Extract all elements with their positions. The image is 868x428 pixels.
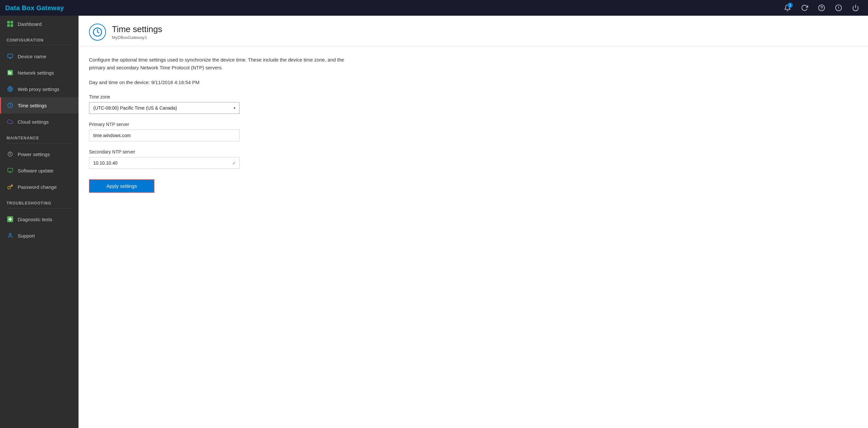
web-proxy-label: Web proxy settings <box>18 86 59 92</box>
help-button[interactable] <box>814 1 829 15</box>
sidebar-item-cloud-settings[interactable]: Cloud settings <box>0 114 79 130</box>
software-icon <box>6 167 14 174</box>
svg-rect-6 <box>7 21 10 24</box>
device-time: Day and time on the device: 9/11/2018 4:… <box>89 80 858 85</box>
diagnostic-icon <box>6 216 14 223</box>
sidebar-item-dashboard[interactable]: Dashboard <box>0 16 79 32</box>
svg-point-26 <box>9 233 11 235</box>
apply-settings-button[interactable]: Apply settings <box>89 179 154 193</box>
time-settings-label: Time settings <box>18 103 47 108</box>
topbar: Data Box Gateway 1 <box>0 0 868 16</box>
page-header-text: Time settings MyDBoxGateway1 <box>112 24 162 40</box>
svg-rect-14 <box>8 71 10 74</box>
svg-rect-7 <box>10 21 13 24</box>
timezone-select-wrapper: (UTC-08:00) Pacific Time (US & Canada) (… <box>89 102 240 114</box>
section-troubleshooting: TROUBLESHOOTING <box>0 195 79 208</box>
power-button[interactable] <box>848 1 863 15</box>
sidebar-item-network-settings[interactable]: Network settings <box>0 64 79 81</box>
page-title: Time settings <box>112 24 162 34</box>
svg-rect-15 <box>10 72 11 74</box>
topbar-icons: 1 <box>780 1 863 15</box>
support-label: Support <box>18 233 35 239</box>
device-time-val: 9/11/2018 4:16:54 PM <box>151 80 199 85</box>
dashboard-label: Dashboard <box>18 21 41 27</box>
section-configuration: CONFIGURATION <box>0 32 79 44</box>
secondary-ntp-group: Secondary NTP server ✓ <box>89 149 240 169</box>
device-time-label: Day and time on the device: <box>89 80 150 85</box>
layout: Dashboard CONFIGURATION Device name <box>0 16 868 428</box>
svg-rect-21 <box>8 168 13 172</box>
sidebar-item-software-update[interactable]: Software update <box>0 162 79 179</box>
proxy-icon <box>6 85 14 93</box>
secondary-ntp-label: Secondary NTP server <box>89 149 240 154</box>
secondary-ntp-check-icon: ✓ <box>232 160 236 166</box>
notification-button[interactable]: 1 <box>780 1 795 15</box>
primary-ntp-input[interactable] <box>89 129 240 141</box>
time-icon <box>6 102 14 109</box>
password-change-label: Password change <box>18 184 57 190</box>
info-button[interactable] <box>831 1 846 15</box>
configuration-divider <box>6 45 72 45</box>
password-icon <box>6 183 14 190</box>
primary-ntp-label: Primary NTP server <box>89 122 240 127</box>
main-content: Time settings MyDBoxGateway1 Configure t… <box>79 16 868 428</box>
cloud-settings-label: Cloud settings <box>18 119 49 125</box>
page-header: Time settings MyDBoxGateway1 <box>79 16 868 47</box>
diagnostic-label: Diagnostic tests <box>18 217 52 222</box>
sidebar-item-power-settings[interactable]: Power settings <box>0 146 79 162</box>
page-header-icon <box>89 24 106 40</box>
refresh-button[interactable] <box>797 1 812 15</box>
sidebar-item-diagnostic[interactable]: Diagnostic tests <box>0 211 79 227</box>
device-name-label: Device name <box>18 54 46 59</box>
svg-rect-10 <box>8 54 13 58</box>
secondary-ntp-input-wrapper: ✓ <box>89 157 240 169</box>
maintenance-divider <box>6 143 72 143</box>
brand-title: Data Box Gateway <box>5 4 64 12</box>
timezone-label: Time zone <box>89 94 240 99</box>
sidebar-item-password-change[interactable]: Password change <box>0 179 79 195</box>
secondary-ntp-input[interactable] <box>89 157 240 169</box>
dashboard-icon <box>6 20 14 28</box>
support-icon <box>6 232 14 239</box>
sidebar-item-support[interactable]: Support <box>0 227 79 244</box>
page-description: Configure the optional time settings use… <box>89 56 351 72</box>
page-body: Configure the optional time settings use… <box>79 47 868 202</box>
timezone-group: Time zone (UTC-08:00) Pacific Time (US &… <box>89 94 240 114</box>
power-settings-label: Power settings <box>18 152 50 157</box>
software-update-label: Software update <box>18 168 53 174</box>
sidebar-item-web-proxy[interactable]: Web proxy settings <box>0 81 79 97</box>
notification-badge: 1 <box>787 3 793 8</box>
svg-rect-9 <box>10 24 13 27</box>
network-icon <box>6 69 14 76</box>
sidebar-item-device-name[interactable]: Device name <box>0 48 79 64</box>
cloud-icon <box>6 118 14 125</box>
power-icon <box>6 151 14 158</box>
sidebar-item-time-settings[interactable]: Time settings <box>0 97 79 114</box>
section-maintenance: MAINTENANCE <box>0 130 79 142</box>
svg-rect-8 <box>7 24 10 27</box>
network-settings-label: Network settings <box>18 70 54 75</box>
timezone-select[interactable]: (UTC-08:00) Pacific Time (US & Canada) (… <box>89 102 240 114</box>
device-name-icon <box>6 53 14 60</box>
sidebar: Dashboard CONFIGURATION Device name <box>0 16 79 428</box>
primary-ntp-group: Primary NTP server <box>89 122 240 141</box>
page-subtitle: MyDBoxGateway1 <box>112 35 162 40</box>
